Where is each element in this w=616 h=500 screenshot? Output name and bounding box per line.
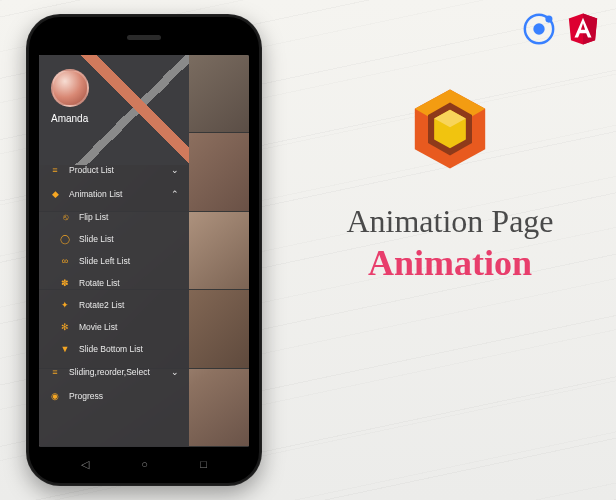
menu-rotate-list[interactable]: ✽ Rotate List xyxy=(49,272,189,294)
menu-label: Rotate2 List xyxy=(79,300,179,310)
home-circle-icon[interactable]: ○ xyxy=(141,458,148,470)
sparkle-icon: ✦ xyxy=(59,300,71,310)
svg-point-2 xyxy=(545,16,552,23)
phone-speaker xyxy=(127,35,161,40)
menu-label: Flip List xyxy=(79,212,179,222)
menu-label: Product List xyxy=(69,165,163,175)
menu-product-list[interactable]: ≡ Product List ⌄ xyxy=(39,158,189,182)
menu-progress[interactable]: ◉ Progress xyxy=(39,384,189,408)
menu-label: Movie List xyxy=(79,322,179,332)
circle-dot-icon: ◉ xyxy=(49,391,61,401)
chevron-up-icon: ⌃ xyxy=(171,189,179,199)
branding-section: Animation Page Animation xyxy=(300,85,600,284)
title-line-2: Animation xyxy=(300,242,600,284)
home-icon: ⌂ xyxy=(49,141,61,151)
phone-screen: Amanda ⌂ Home ⌄ ≡ Product List ⌄ ◆ xyxy=(39,55,249,447)
menu-sliding[interactable]: ≡ Sliding,reorder,Select ⌄ xyxy=(39,360,189,384)
menu: ⌂ Home ⌄ ≡ Product List ⌄ ◆ Animation Li… xyxy=(39,134,189,447)
menu-flip-list[interactable]: ⎋ Flip List xyxy=(49,206,189,228)
menu-animation-list[interactable]: ◆ Animation List ⌃ xyxy=(39,182,189,206)
menu-label: Progress xyxy=(69,391,179,401)
menu-slide-list[interactable]: ◯ Slide List xyxy=(49,228,189,250)
menu-slide-bottom-list[interactable]: ▼ Slide Bottom List xyxy=(49,338,189,360)
menu-slide-left-list[interactable]: ∞ Slide Left List xyxy=(49,250,189,272)
menu-movie-list[interactable]: ✻ Movie List xyxy=(49,316,189,338)
flip-icon: ⎋ xyxy=(59,212,71,222)
menu-label: Rotate List xyxy=(79,278,179,288)
svg-point-1 xyxy=(533,23,544,34)
angular-icon xyxy=(566,12,600,46)
ionic-icon xyxy=(522,12,556,46)
circle-icon: ◯ xyxy=(59,234,71,244)
phone-frame: Amanda ⌂ Home ⌄ ≡ Product List ⌄ ◆ xyxy=(26,14,262,486)
recent-icon[interactable]: □ xyxy=(200,458,207,470)
list-icon: ≡ xyxy=(49,367,61,377)
chevron-down-icon: ⌄ xyxy=(171,141,179,151)
menu-label: Slide List xyxy=(79,234,179,244)
star-icon: ✽ xyxy=(59,278,71,288)
framework-icons xyxy=(522,12,600,46)
menu-rotate2-list[interactable]: ✦ Rotate2 List xyxy=(49,294,189,316)
list-icon: ≡ xyxy=(49,165,61,175)
menu-home[interactable]: ⌂ Home ⌄ xyxy=(39,134,189,158)
back-icon[interactable]: ◁ xyxy=(81,458,89,471)
diamond-icon: ◆ xyxy=(49,189,61,199)
phone-inner: Amanda ⌂ Home ⌄ ≡ Product List ⌄ ◆ xyxy=(29,17,259,483)
title-line-1: Animation Page xyxy=(300,203,600,240)
infinity-icon: ∞ xyxy=(59,256,71,266)
chevron-down-icon: ⌄ xyxy=(171,367,179,377)
avatar[interactable] xyxy=(51,69,89,107)
menu-label: Animation List xyxy=(69,189,163,199)
username-label: Amanda xyxy=(51,113,177,124)
chevron-down-icon: ⌄ xyxy=(171,165,179,175)
menu-animation-sub: ⎋ Flip List ◯ Slide List ∞ Slide Left Li… xyxy=(39,206,189,360)
menu-label: Home xyxy=(69,141,163,151)
hex-logo-icon xyxy=(406,85,494,173)
menu-label: Slide Bottom List xyxy=(79,344,179,354)
profile-section[interactable]: Amanda xyxy=(39,55,189,134)
menu-label: Slide Left List xyxy=(79,256,179,266)
android-nav-bar: ◁ ○ □ xyxy=(29,455,259,473)
sidebar: Amanda ⌂ Home ⌄ ≡ Product List ⌄ ◆ xyxy=(39,55,189,447)
triangle-down-icon: ▼ xyxy=(59,344,71,354)
menu-label: Sliding,reorder,Select xyxy=(69,367,163,377)
asterisk-icon: ✻ xyxy=(59,322,71,332)
